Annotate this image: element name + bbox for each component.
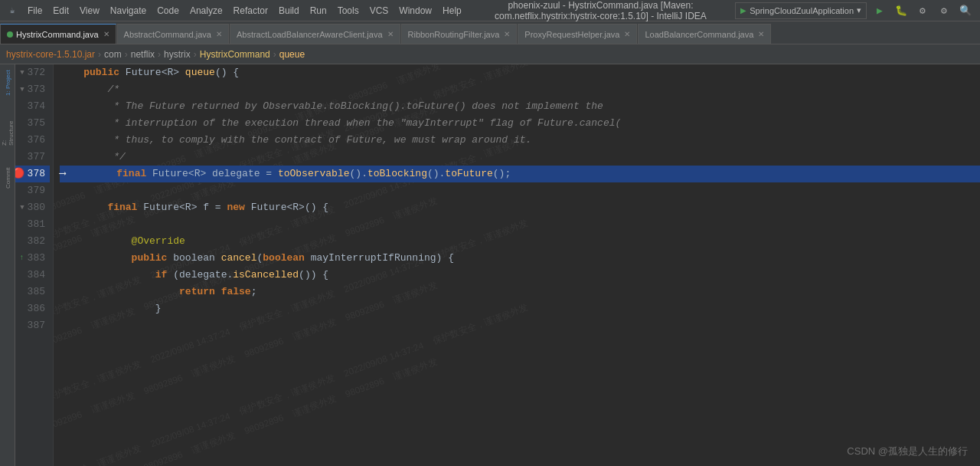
breadcrumb-sep: › bbox=[98, 49, 101, 60]
watermark-9: 98092896 谨谨侯外发 98092896 谨谨侯外发 98092896 谨… bbox=[54, 353, 439, 466]
tab-label: HystrixCommand.java bbox=[16, 30, 99, 39]
menu-help[interactable]: Help bbox=[438, 4, 466, 18]
debug-button[interactable]: 🐛 bbox=[893, 2, 910, 19]
tab-close-icon[interactable]: ✕ bbox=[758, 30, 764, 38]
toolbar-right: ▶ SpringCloudZuulApplication ▾ ▶ 🐛 ⚙ ⚙ 🔍 bbox=[735, 2, 974, 19]
line-num-383: ↑ 383 bbox=[15, 250, 50, 267]
settings-button[interactable]: ⚙ bbox=[936, 2, 952, 19]
line-num-374: 374 bbox=[15, 98, 50, 115]
breadcrumb-sep: › bbox=[273, 49, 276, 60]
menu-code[interactable]: Code bbox=[152, 4, 184, 18]
menu-analyze[interactable]: Analyze bbox=[185, 4, 227, 18]
line-num-376: 376 bbox=[15, 132, 50, 149]
tab-close-icon[interactable]: ✕ bbox=[103, 30, 109, 38]
code-line-387 bbox=[60, 317, 980, 334]
tab-label: ProxyRequestHelper.java bbox=[524, 30, 619, 39]
fold-arrow[interactable]: ▼ bbox=[20, 199, 24, 216]
line-num-386: 386 bbox=[15, 300, 50, 317]
line-num-387: 387 bbox=[15, 317, 50, 334]
code-line-381 bbox=[60, 216, 980, 233]
bottom-brand: CSDN @孤独是人生的修行 bbox=[847, 443, 968, 460]
breadcrumb-method[interactable]: queue bbox=[279, 49, 305, 60]
code-line-380: final Future<R> f = new Future<R>() { bbox=[60, 199, 980, 216]
tab-close-icon[interactable]: ✕ bbox=[504, 30, 510, 38]
tab-close-icon[interactable]: ✕ bbox=[216, 30, 222, 38]
code-line-384: if (delegate.isCancelled()) { bbox=[60, 267, 980, 284]
menu-window[interactable]: Window bbox=[394, 4, 436, 18]
line-numbers-gutter: ▼ 372 ▼ 373 374 375 376 377 🔴 378 bbox=[15, 64, 54, 466]
code-line-378: ⟶ final Future<R> delegate = toObservabl… bbox=[60, 166, 980, 182]
tab-abstract-load-balancer[interactable]: AbstractLoadBalancerAwareClient.java ✕ bbox=[230, 24, 400, 44]
menu-run[interactable]: Run bbox=[305, 4, 332, 18]
line-num-375: 375 bbox=[15, 115, 50, 132]
app-icon: ☕ bbox=[6, 5, 18, 17]
line-num-373: ▼ 373 bbox=[15, 81, 50, 98]
override-icon[interactable]: ↑ bbox=[20, 250, 24, 267]
left-sidebar: 1: Project Z: Structure Commit bbox=[0, 64, 15, 466]
menu-tools[interactable]: Tools bbox=[333, 4, 364, 18]
tab-dot bbox=[7, 31, 13, 38]
menu-edit[interactable]: Edit bbox=[48, 4, 74, 18]
editor-area: ▼ 372 ▼ 373 374 375 376 377 🔴 378 bbox=[15, 64, 980, 466]
tab-proxy-request[interactable]: ProxyRequestHelper.java ✕ bbox=[518, 24, 637, 44]
main-layout: 1: Project Z: Structure Commit ▼ 372 ▼ 3… bbox=[0, 64, 980, 466]
window-title: phoenix-zuul - HystrixCommand.java [Mave… bbox=[471, 0, 731, 21]
tab-close-icon[interactable]: ✕ bbox=[624, 30, 630, 38]
code-line-372: public Future<R> queue() { bbox=[60, 64, 980, 81]
run-button[interactable]: ▶ bbox=[871, 2, 888, 19]
menu-file[interactable]: File bbox=[23, 4, 47, 18]
build-button[interactable]: ⚙ bbox=[914, 2, 931, 19]
title-bar: ☕ File Edit View Navigate Code Analyze R… bbox=[0, 0, 980, 21]
breadcrumb-com[interactable]: com bbox=[104, 49, 122, 60]
fold-arrow[interactable]: ▼ bbox=[20, 81, 24, 98]
breakpoint-icon[interactable]: 🔴 bbox=[15, 166, 24, 182]
tab-load-balancer-command[interactable]: LoadBalancerCommand.java ✕ bbox=[638, 24, 771, 44]
menu-bar[interactable]: File Edit View Navigate Code Analyze Ref… bbox=[23, 4, 466, 18]
breadcrumb-sep: › bbox=[158, 49, 161, 60]
tab-label: LoadBalancerCommand.java bbox=[645, 30, 753, 39]
tab-abstract-command[interactable]: AbstractCommand.java ✕ bbox=[117, 24, 229, 44]
line-num-384: 384 bbox=[15, 267, 50, 284]
breadcrumb-hystrix[interactable]: hystrix bbox=[164, 49, 191, 60]
run-config-icon: ▶ bbox=[740, 6, 746, 15]
breadcrumb-jar[interactable]: hystrix-core-1.5.10.jar bbox=[6, 49, 95, 60]
breadcrumb-netflix[interactable]: netflix bbox=[131, 49, 155, 60]
fold-arrow[interactable]: ▼ bbox=[20, 64, 24, 81]
code-content: 98092896 谨谨侯外发 98092896 谨谨侯外发 98092896 谨… bbox=[54, 64, 980, 466]
search-button[interactable]: 🔍 bbox=[957, 2, 974, 19]
code-line-375: * interruption of the execution thread w… bbox=[60, 115, 980, 132]
sidebar-structure-icon[interactable]: Z: Structure bbox=[2, 115, 14, 146]
line-num-382: 382 bbox=[15, 233, 50, 250]
breadcrumb-sep: › bbox=[194, 49, 197, 60]
menu-vcs[interactable]: VCS bbox=[365, 4, 394, 18]
run-config-arrow[interactable]: ▾ bbox=[857, 5, 861, 15]
code-line-379 bbox=[60, 182, 980, 199]
tab-label: AbstractLoadBalancerAwareClient.java bbox=[237, 30, 383, 39]
tab-close-icon[interactable]: ✕ bbox=[387, 30, 394, 38]
code-line-377: */ bbox=[60, 149, 980, 166]
tab-hystrix-command[interactable]: HystrixCommand.java ✕ bbox=[0, 24, 116, 44]
menu-build[interactable]: Build bbox=[274, 4, 304, 18]
tab-bar: HystrixCommand.java ✕ AbstractCommand.ja… bbox=[0, 21, 980, 44]
breadcrumb-class[interactable]: HystrixCommand bbox=[200, 49, 270, 60]
menu-refactor[interactable]: Refactor bbox=[229, 4, 273, 18]
line-num-380: ▼ 380 bbox=[15, 199, 50, 216]
code-line-385: return false; bbox=[60, 284, 980, 300]
sidebar-commit-icon[interactable]: Commit bbox=[2, 162, 14, 193]
line-num-372: ▼ 372 bbox=[15, 64, 50, 81]
breadcrumb: hystrix-core-1.5.10.jar › com › netflix … bbox=[0, 44, 980, 64]
menu-navigate[interactable]: Navigate bbox=[106, 4, 151, 18]
run-config-selector[interactable]: ▶ SpringCloudZuulApplication ▾ bbox=[735, 2, 867, 19]
tab-ribbon-routing[interactable]: RibbonRoutingFilter.java ✕ bbox=[401, 24, 518, 44]
tab-label: AbstractCommand.java bbox=[124, 30, 211, 39]
tab-label: RibbonRoutingFilter.java bbox=[408, 30, 500, 39]
code-line-383: public boolean cancel(boolean mayInterru… bbox=[60, 250, 980, 267]
code-line-376: * thus, to comply with the contract of F… bbox=[60, 132, 980, 149]
code-line-382: @Override bbox=[60, 233, 980, 250]
menu-view[interactable]: View bbox=[75, 4, 104, 18]
sidebar-project-icon[interactable]: 1: Project bbox=[2, 67, 14, 98]
run-config-label: SpringCloudZuulApplication bbox=[750, 6, 854, 15]
code-line-374: * The Future returned by Observable.toBl… bbox=[60, 98, 980, 115]
code-line-386: } bbox=[60, 300, 980, 317]
execution-pointer: ⟶ bbox=[60, 166, 66, 182]
